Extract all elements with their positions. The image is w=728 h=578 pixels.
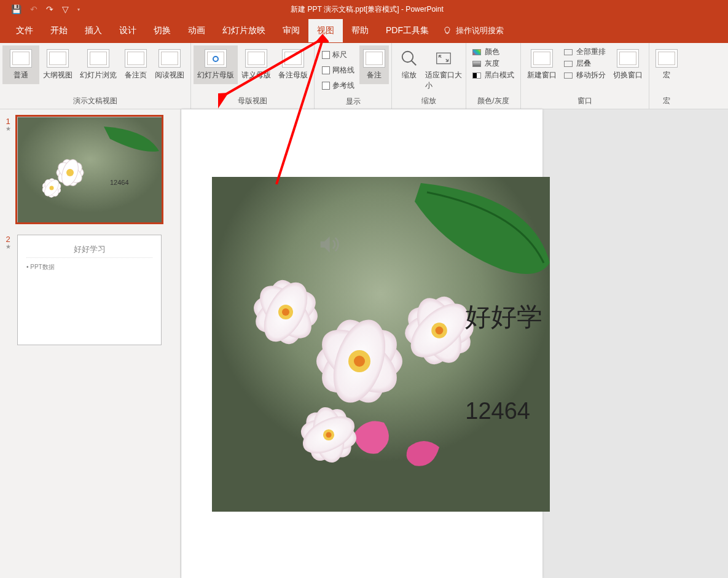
slide-master-icon	[205, 49, 227, 68]
grayscale-button[interactable]: 灰度	[472, 58, 514, 69]
group-label-color: 颜色/灰度	[466, 95, 520, 109]
tab-review[interactable]: 审阅	[274, 19, 308, 42]
slide-master-button[interactable]: 幻灯片母版	[194, 45, 238, 84]
slide-2-bullet: • PPT数据	[26, 263, 152, 271]
group-presentation-views: 普通 大纲视图 幻灯片浏览 备注页 阅读视图 演示文稿视图	[0, 43, 191, 109]
svg-line-1	[412, 61, 417, 66]
slide-edit-area[interactable]: 好好学 12464	[181, 109, 728, 578]
ribbon: 普通 大纲视图 幻灯片浏览 备注页 阅读视图 演示文稿视图 幻灯片母版 讲义母版…	[0, 43, 728, 109]
outline-view-button[interactable]: 大纲视图	[39, 45, 76, 84]
notes-button[interactable]: 备注	[359, 45, 389, 84]
group-label-masterviews: 母版视图	[191, 95, 314, 109]
tab-transitions[interactable]: 切换	[145, 19, 179, 42]
group-zoom: 缩放 适应窗口大小 缩放	[392, 43, 466, 109]
start-from-beginning-icon[interactable]: ▽	[62, 4, 69, 14]
canvas-text-title[interactable]: 好好学	[465, 300, 542, 334]
svg-point-31	[282, 308, 289, 316]
tab-slideshow[interactable]: 幻灯片放映	[214, 19, 274, 42]
macros-icon	[656, 49, 678, 68]
switch-windows-button[interactable]: 切换窗口	[609, 45, 646, 84]
group-master-views: 幻灯片母版 讲义母版 备注母版 母版视图	[191, 43, 315, 109]
color-button[interactable]: 颜色	[472, 47, 514, 57]
group-label-zoom: 缩放	[392, 95, 466, 109]
tab-help[interactable]: 帮助	[343, 19, 377, 42]
arrange-all-button[interactable]: 全部重排	[564, 47, 606, 57]
svg-point-15	[50, 186, 54, 190]
window-title: 新建 PPT 演示文稿.ppt[兼容模式] - PowerPoint	[80, 4, 728, 15]
audio-icon[interactable]	[316, 232, 341, 257]
svg-point-38	[436, 327, 444, 335]
new-window-button[interactable]: 新建窗口	[523, 45, 560, 84]
title-bar: 💾 ↶ ↷ ▽ ▾ 新建 PPT 演示文稿.ppt[兼容模式] - PowerP…	[0, 0, 728, 18]
slide-1-preview: 12464	[17, 117, 162, 222]
tab-pdf-tools[interactable]: PDF工具集	[377, 19, 437, 42]
notes-icon	[363, 49, 385, 68]
tab-file[interactable]: 文件	[7, 19, 42, 42]
notes-master-button[interactable]: 备注母版	[275, 45, 311, 84]
macros-button[interactable]: 宏	[652, 45, 681, 84]
group-label-macros: 宏	[649, 95, 684, 109]
slide-number-1: 1	[0, 117, 16, 126]
animation-star-icon: ★	[0, 126, 16, 132]
svg-point-45	[326, 432, 331, 437]
tab-home[interactable]: 开始	[42, 19, 76, 42]
handout-master-button[interactable]: 讲义母版	[238, 45, 275, 84]
slide-sorter-icon	[87, 49, 109, 68]
fit-window-icon	[434, 49, 453, 68]
black-white-button[interactable]: 黑白模式	[472, 70, 514, 80]
quick-access-toolbar: 💾 ↶ ↷ ▽ ▾	[0, 4, 80, 14]
slide-thumbnail-1[interactable]: 1 ★	[0, 117, 181, 222]
cascade-button[interactable]: 层叠	[564, 58, 606, 69]
zoom-icon	[400, 49, 418, 68]
tell-me-search[interactable]: 操作说明搜索	[442, 25, 504, 36]
svg-point-24	[354, 356, 365, 367]
zoom-button[interactable]: 缩放	[394, 45, 424, 84]
slide-number-2: 2	[0, 235, 16, 244]
new-window-icon	[531, 49, 553, 68]
fit-window-button[interactable]: 适应窗口大小	[424, 45, 463, 95]
tab-insert[interactable]: 插入	[76, 19, 111, 42]
handout-master-icon	[245, 49, 267, 68]
tab-view[interactable]: 视图	[308, 19, 343, 42]
slide-canvas[interactable]: 好好学 12464	[181, 109, 542, 578]
work-area: 1 ★	[0, 109, 728, 578]
svg-rect-3	[18, 117, 162, 223]
slide-2-title: 好好学习	[26, 244, 152, 258]
slide-sorter-button[interactable]: 幻灯片浏览	[76, 45, 120, 84]
normal-view-icon	[10, 49, 32, 68]
save-icon[interactable]: 💾	[11, 4, 22, 14]
canvas-text-number[interactable]: 12464	[465, 398, 530, 424]
lightbulb-icon	[442, 26, 452, 36]
slide-thumbnails-pane: 1 ★	[0, 109, 181, 578]
reading-view-icon	[159, 49, 181, 68]
normal-view-button[interactable]: 普通	[2, 45, 39, 84]
flower-image	[212, 177, 550, 512]
outline-view-icon	[47, 49, 69, 68]
ruler-checkbox[interactable]: 标尺	[319, 49, 357, 61]
tab-design[interactable]: 设计	[111, 19, 145, 42]
svg-point-0	[402, 52, 413, 63]
notes-page-button[interactable]: 备注页	[120, 45, 151, 84]
qat-more-icon[interactable]: ▾	[77, 7, 80, 12]
group-color-grayscale: 颜色 灰度 黑白模式 颜色/灰度	[466, 43, 521, 109]
move-split-button[interactable]: 移动拆分	[564, 70, 606, 80]
reading-view-button[interactable]: 阅读视图	[151, 45, 188, 84]
group-macros: 宏 宏	[649, 43, 684, 109]
group-show: 标尺 网格线 参考线 备注 显示	[315, 43, 392, 109]
notes-page-icon	[125, 49, 147, 68]
switch-windows-icon	[617, 49, 639, 68]
group-label-presviews: 演示文稿视图	[0, 95, 190, 109]
animation-star-icon: ★	[0, 244, 16, 250]
svg-point-9	[66, 169, 74, 176]
group-label-show: 显示	[315, 95, 391, 109]
notes-master-icon	[282, 49, 304, 68]
svg-text:12464: 12464	[110, 179, 129, 186]
gridlines-checkbox[interactable]: 网格线	[319, 64, 357, 76]
slide-thumbnail-2[interactable]: 2 ★ 好好学习 • PPT数据	[0, 235, 181, 345]
group-window: 新建窗口 全部重排 层叠 移动拆分 切换窗口 窗口	[521, 43, 649, 109]
tab-animations[interactable]: 动画	[179, 19, 214, 42]
undo-icon[interactable]: ↶	[30, 4, 37, 14]
group-label-window: 窗口	[521, 95, 649, 109]
guides-checkbox[interactable]: 参考线	[319, 80, 357, 92]
redo-icon[interactable]: ↷	[46, 4, 53, 14]
